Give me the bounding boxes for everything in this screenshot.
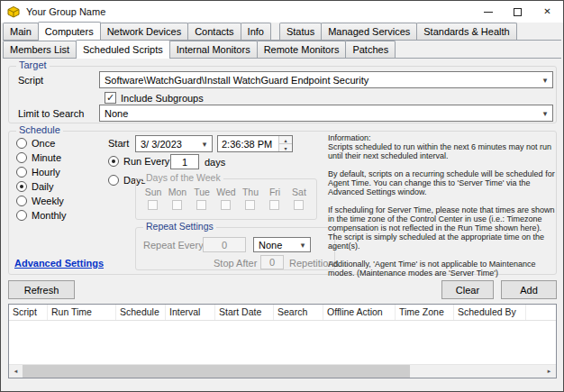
column-header-time-zone[interactable]: Time Zone [396,305,454,320]
tab-standards-health[interactable]: Standards & Health [416,23,516,40]
radio-indicator [108,175,119,186]
scroll-left-icon: ◄ [14,369,19,374]
scroll-left-button[interactable]: ◄ [9,365,23,378]
column-header-scheduled-by[interactable]: Scheduled By [454,305,526,320]
radio-hourly[interactable]: Hourly [16,167,60,178]
schedule-group: Schedule Once Minute Hourly Daily Weekly… [8,131,557,275]
column-header-start-date[interactable]: Start Date [215,305,274,320]
tab-main[interactable]: Main [3,23,39,40]
clear-button[interactable]: Clear [441,280,494,299]
day-label-sun: Sun [141,187,165,197]
refresh-button-label: Refresh [24,285,59,296]
radio-weekly[interactable]: Weekly [16,196,64,206]
schedule-info-text: Information: Scripts scheduled to run wi… [328,133,557,278]
radio-indicator [16,152,27,163]
checkmark-icon: ✓ [106,93,114,103]
day-checkbox-thu [245,200,255,210]
scroll-right-button[interactable]: ► [542,365,556,378]
run-every-input[interactable]: 1 [170,154,199,169]
scrollbar-track[interactable] [410,365,542,378]
chevron-down-icon: ▾ [538,105,552,121]
scrollbar-thumb[interactable] [23,365,410,378]
window: Your Group Name ✕ Main Computers Network… [0,0,564,392]
chevron-down-icon: ▾ [296,238,310,251]
include-subgroups-checkbox[interactable]: ✓ [105,92,116,104]
spin-down-icon: ▾ [284,145,287,151]
day-label-thu: Thu [239,187,262,197]
advanced-settings-link[interactable]: Advanced Settings [14,258,104,269]
radio-daily[interactable]: Daily [16,181,53,192]
minimize-icon [484,12,493,13]
day-checkbox-wed [221,200,231,210]
maximize-icon [514,8,522,16]
radio-minute[interactable]: Minute [16,152,61,163]
table-header: Script Run Time Schedule Interval Start … [9,305,556,321]
radio-once[interactable]: Once [16,138,55,149]
radio-run-every[interactable]: Run Every [108,156,169,167]
column-header-schedule[interactable]: Schedule [116,305,166,320]
maximize-button[interactable] [503,1,532,23]
radio-indicator [16,138,27,149]
add-button[interactable]: Add [501,280,557,299]
column-header-interval[interactable]: Interval [166,305,215,320]
refresh-button[interactable]: Refresh [8,280,75,299]
window-title: Your Group Name [26,6,105,17]
repeat-unit-dropdown[interactable]: None ▾ [253,237,311,252]
chevron-down-icon: ▾ [197,136,212,151]
limit-to-search-value: None [100,105,538,121]
subtab-scheduled-scripts[interactable]: Scheduled Scripts [76,40,170,59]
column-header-run-time[interactable]: Run Time [48,305,116,320]
close-icon: ✕ [543,7,550,16]
spin-up-button[interactable]: ▴ [279,136,292,143]
subtab-internal-monitors[interactable]: Internal Monitors [169,41,258,58]
tab-network-devices[interactable]: Network Devices [100,23,189,40]
limit-to-search-label: Limit to Search [18,108,84,119]
repeat-settings-label: Repeat Settings [143,221,216,232]
subtab-remote-monitors[interactable]: Remote Monitors [257,41,347,58]
radio-monthly-label: Monthly [32,210,67,221]
subtab-members-list[interactable]: Members List [3,41,77,58]
radio-indicator [16,196,27,206]
day-checkbox-sun [148,200,158,210]
column-header-filler [526,305,556,320]
start-label: Start [108,138,129,149]
clear-button-label: Clear [456,285,479,296]
tab-managed-services[interactable]: Managed Services [321,23,417,40]
radio-monthly[interactable]: Monthly [16,210,67,221]
column-header-script[interactable]: Script [9,305,48,320]
column-header-search[interactable]: Search [274,305,323,320]
target-group-label: Target [16,59,50,70]
tab-info[interactable]: Info [241,23,271,40]
schedule-group-label: Schedule [16,124,63,135]
secondary-tab-bar: Members List Scheduled Scripts Internal … [3,41,561,59]
limit-to-search-dropdown[interactable]: None ▾ [99,105,553,122]
day-label-fri: Fri [263,187,287,197]
table-body [9,321,556,351]
horizontal-scrollbar[interactable]: ◄ ► [9,364,556,378]
days-of-week-group: Days of the Week Sun Mon Tue Wed Thu Fri… [135,178,317,220]
start-time-spinner[interactable]: 2:36:38 PM ▴ ▾ [217,135,293,152]
spin-down-button[interactable]: ▾ [279,143,292,151]
repeat-every-value: 0 [222,240,227,251]
day-label-sat: Sat [287,187,311,197]
spin-up-icon: ▴ [284,137,287,143]
stop-after-value: 0 [269,257,275,268]
minimize-button[interactable] [473,1,503,23]
time-spin-buttons: ▴ ▾ [278,136,292,151]
scheduled-scripts-table: Script Run Time Schedule Interval Start … [8,304,557,378]
radio-indicator [16,210,27,221]
tab-status[interactable]: Status [279,23,322,40]
script-dropdown[interactable]: Software\WatchGuard\Install WatchGuard E… [99,71,553,88]
radio-weekly-label: Weekly [32,196,64,206]
column-header-offline-action[interactable]: Offline Action [323,305,396,320]
tab-computers[interactable]: Computers [38,22,101,41]
stop-after-label: Stop After [214,258,257,269]
script-dropdown-value: Software\WatchGuard\Install WatchGuard E… [100,72,538,87]
subtab-patches[interactable]: Patches [345,41,396,58]
days-of-week-label: Days of the Week [143,172,223,183]
tab-contacts[interactable]: Contacts [187,23,241,40]
start-date-picker[interactable]: 3/ 3/2023 ▾ [135,135,213,152]
close-button[interactable]: ✕ [532,1,562,23]
start-time-value: 2:36:38 PM [218,136,278,151]
run-every-value: 1 [182,157,187,168]
